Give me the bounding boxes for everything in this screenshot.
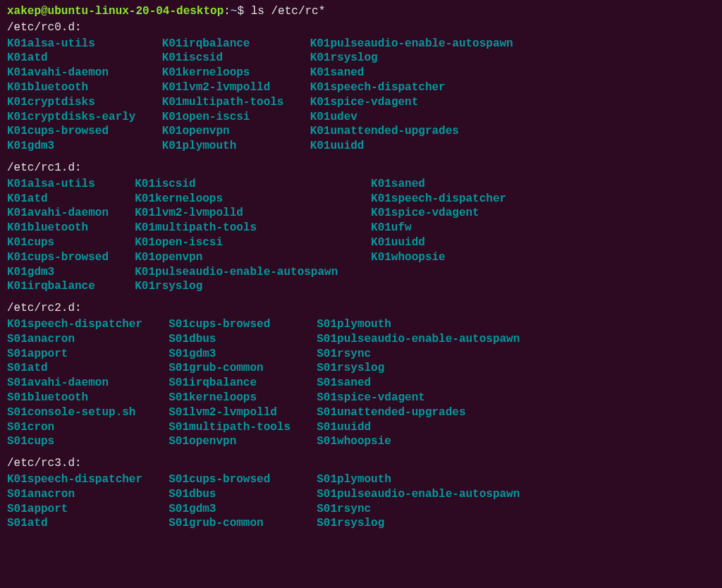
file-entry: K01cups-browsed	[7, 124, 149, 139]
prompt-command: ls /etc/rc*	[251, 5, 326, 18]
file-entry: S01rsync	[317, 347, 715, 362]
file-entry: K01alsa-utils	[7, 177, 122, 192]
file-entry: K01openvpn	[162, 124, 298, 139]
prompt-line: xakep@ubuntu-linux-20-04-desktop:~$ ls /…	[7, 4, 715, 19]
file-entry: S01dbus	[169, 332, 304, 347]
file-entry: K01lvm2-lvmpolld	[135, 206, 358, 221]
terminal-output: /etc/rc0.d:K01alsa-utilsK01irqbalanceK01…	[7, 20, 715, 531]
prompt-dollar: $	[237, 5, 244, 18]
file-entry: S01gdm3	[169, 347, 304, 362]
file-entry: K01kerneloops	[135, 192, 358, 207]
file-entry: K01plymouth	[162, 139, 298, 154]
file-entry: K01uuidd	[310, 139, 715, 154]
file-entry: S01atd	[7, 516, 156, 531]
file-entry: S01openvpn	[169, 434, 304, 449]
file-entry: S01kerneloops	[169, 391, 304, 405]
file-entry: K01avahi-daemon	[7, 206, 122, 221]
file-entry: S01gdm3	[169, 502, 304, 517]
prompt-colon: :	[224, 5, 231, 18]
file-entry: K01rsyslog	[135, 279, 358, 294]
file-entry: K01whoopsie	[371, 250, 715, 265]
directory-section: /etc/rc1.d:K01alsa-utilsK01iscsidK01sane…	[7, 161, 715, 294]
file-entry: S01dbus	[169, 487, 304, 502]
file-entry: K01cups-browsed	[7, 250, 122, 265]
file-entry: K01speech-dispatcher	[7, 317, 156, 332]
file-entry: S01uuidd	[317, 420, 715, 435]
file-entry: S01cron	[7, 420, 156, 435]
file-entry: K01spice-vdagent	[371, 206, 715, 221]
file-entry: S01apport	[7, 347, 156, 362]
file-entry: S01multipath-tools	[169, 420, 304, 435]
file-entry: K01gdm3	[7, 139, 149, 154]
file-entry: K01avahi-daemon	[7, 66, 149, 80]
file-entry: K01cups	[7, 235, 122, 250]
file-entry: K01multipath-tools	[135, 221, 358, 235]
file-list: K01alsa-utilsK01irqbalanceK01pulseaudio-…	[7, 37, 715, 154]
file-entry: S01atd	[7, 361, 156, 376]
file-entry: S01grub-common	[169, 361, 304, 376]
file-entry: S01saned	[317, 376, 715, 391]
file-entry: K01cryptdisks	[7, 95, 149, 110]
file-entry: S01cups	[7, 434, 156, 449]
file-entry: K01lvm2-lvmpolld	[162, 80, 298, 95]
file-entry: K01atd	[7, 192, 122, 207]
directory-section: /etc/rc3.d:K01speech-dispatcherS01cups-b…	[7, 456, 715, 531]
directory-section: /etc/rc2.d:K01speech-dispatcherS01cups-b…	[7, 301, 715, 449]
file-entry: K01iscsid	[135, 177, 358, 192]
file-entry: K01unattended-upgrades	[310, 124, 715, 139]
file-entry: S01plymouth	[317, 317, 715, 332]
file-entry: K01spice-vdagent	[310, 95, 715, 110]
file-entry: K01irqbalance	[7, 279, 122, 294]
prompt-user-host: xakep@ubuntu-linux-20-04-desktop	[7, 5, 224, 18]
file-entry: S01rsyslog	[317, 361, 715, 376]
file-entry: S01anacron	[7, 487, 156, 502]
file-entry: S01rsync	[317, 502, 715, 517]
file-entry: K01openvpn	[135, 250, 358, 265]
file-entry: K01bluetooth	[7, 221, 122, 235]
directory-header: /etc/rc3.d:	[7, 456, 715, 471]
file-entry: S01bluetooth	[7, 391, 156, 405]
directory-header: /etc/rc0.d:	[7, 20, 715, 35]
file-entry: S01console-setup.sh	[7, 405, 156, 420]
file-list: K01alsa-utilsK01iscsidK01sanedK01atdK01k…	[7, 177, 715, 294]
file-entry: K01udev	[310, 110, 715, 125]
file-entry: S01whoopsie	[317, 434, 715, 449]
file-entry: S01grub-common	[169, 516, 304, 531]
file-entry: S01unattended-upgrades	[317, 405, 715, 420]
file-entry: K01pulseaudio-enable-autospawn	[135, 265, 358, 280]
file-entry: K01gdm3	[7, 265, 122, 280]
file-entry: K01ufw	[371, 221, 715, 235]
file-entry: K01atd	[7, 51, 149, 66]
file-entry: K01iscsid	[162, 51, 298, 66]
directory-header: /etc/rc2.d:	[7, 301, 715, 316]
file-entry: K01uuidd	[371, 235, 715, 250]
file-entry: S01irqbalance	[169, 376, 304, 391]
file-entry: K01multipath-tools	[162, 95, 298, 110]
file-entry: S01plymouth	[317, 472, 715, 487]
file-entry: K01irqbalance	[162, 37, 298, 51]
file-entry: S01pulseaudio-enable-autospawn	[317, 332, 715, 347]
file-entry: S01pulseaudio-enable-autospawn	[317, 487, 715, 502]
directory-section: /etc/rc0.d:K01alsa-utilsK01irqbalanceK01…	[7, 20, 715, 154]
file-entry	[371, 279, 715, 294]
file-entry: K01alsa-utils	[7, 37, 149, 51]
file-entry: K01pulseaudio-enable-autospawn	[310, 37, 715, 51]
file-entry: K01saned	[310, 66, 715, 80]
file-entry: S01apport	[7, 502, 156, 517]
directory-header: /etc/rc1.d:	[7, 161, 715, 176]
file-list: K01speech-dispatcherS01cups-browsedS01pl…	[7, 472, 715, 531]
file-entry: S01cups-browsed	[169, 317, 304, 332]
file-entry: S01rsyslog	[317, 516, 715, 531]
file-entry: S01lvm2-lvmpolld	[169, 405, 304, 420]
file-entry: K01saned	[371, 177, 715, 192]
file-entry: K01cryptdisks-early	[7, 110, 149, 125]
file-entry: K01speech-dispatcher	[7, 472, 156, 487]
file-list: K01speech-dispatcherS01cups-browsedS01pl…	[7, 317, 715, 449]
file-entry: K01rsyslog	[310, 51, 715, 66]
file-entry: K01open-iscsi	[135, 235, 358, 250]
file-entry: K01bluetooth	[7, 80, 149, 95]
file-entry: K01kerneloops	[162, 66, 298, 80]
file-entry	[371, 265, 715, 280]
file-entry: S01cups-browsed	[169, 472, 304, 487]
file-entry: K01open-iscsi	[162, 110, 298, 125]
